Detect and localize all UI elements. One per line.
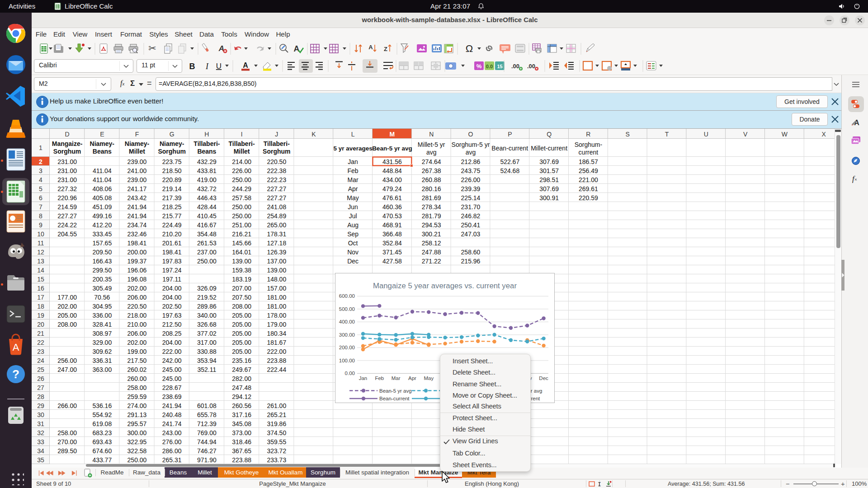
svg-text:354.48: 354.48: [197, 230, 217, 238]
svg-text:258.00: 258.00: [127, 384, 147, 391]
svg-text:300.00: 300.00: [339, 332, 355, 338]
svg-text:554.92: 554.92: [92, 411, 112, 418]
svg-text:522.67: 522.67: [500, 158, 519, 165]
svg-text:476.61: 476.61: [382, 194, 402, 202]
svg-text:Z: Z: [384, 46, 387, 52]
svg-text:319.86: 319.86: [267, 420, 286, 427]
svg-text:137.00: 137.00: [267, 258, 286, 265]
svg-text:0.00: 0.00: [345, 371, 355, 376]
svg-text:201.61: 201.61: [162, 239, 182, 247]
svg-text:317.16: 317.16: [232, 411, 251, 418]
svg-text:180.34: 180.34: [267, 330, 286, 337]
svg-text:Oct: Oct: [348, 239, 358, 247]
svg-text:345.08: 345.08: [232, 420, 251, 427]
svg-text:295.57: 295.57: [127, 420, 147, 427]
svg-text:223.88: 223.88: [267, 357, 286, 364]
svg-text:340.00: 340.00: [197, 312, 217, 319]
svg-text:242.00: 242.00: [162, 357, 182, 364]
svg-text:Sorghum-: Sorghum-: [575, 141, 603, 148]
svg-text:Beans: Beans: [197, 148, 216, 155]
svg-text:250.00: 250.00: [232, 212, 251, 220]
svg-text:412.20: 412.20: [92, 221, 112, 229]
svg-text:265.31: 265.31: [162, 456, 182, 464]
svg-text:220.59: 220.59: [579, 194, 598, 202]
svg-text:250.00: 250.00: [197, 258, 217, 265]
svg-text:241.94: 241.94: [127, 212, 147, 220]
svg-text:20: 20: [37, 321, 44, 328]
svg-text:326.09: 326.09: [197, 285, 217, 292]
svg-text:Ω: Ω: [466, 43, 473, 54]
svg-text:256.00: 256.00: [57, 357, 77, 364]
svg-text:366.48: 366.48: [382, 230, 402, 238]
svg-text:Tillaberi-: Tillaberi-: [264, 140, 290, 147]
svg-text:336.31: 336.31: [92, 357, 112, 364]
svg-text:289.86: 289.86: [197, 303, 217, 310]
svg-text:166.43: 166.43: [92, 258, 112, 265]
svg-text:258.12: 258.12: [422, 239, 441, 247]
svg-text:139.00: 139.00: [232, 258, 251, 265]
svg-text:15: 15: [37, 276, 44, 283]
svg-text:266.00: 266.00: [57, 402, 77, 409]
svg-text:231.00: 231.00: [57, 176, 77, 183]
svg-text:431.56: 431.56: [382, 158, 402, 165]
svg-text:19: 19: [37, 312, 44, 319]
svg-text:411.04: 411.04: [93, 167, 112, 174]
svg-text:330.88: 330.88: [197, 348, 217, 355]
svg-text:307.69: 307.69: [539, 158, 559, 165]
svg-text:243.00: 243.00: [162, 429, 182, 436]
svg-text:309.62: 309.62: [92, 348, 112, 355]
svg-text:227.27: 227.27: [57, 212, 77, 220]
svg-text:13: 13: [37, 258, 44, 265]
svg-text:307.69: 307.69: [539, 185, 559, 192]
svg-text:300.91: 300.91: [539, 194, 559, 202]
svg-text:322.58: 322.58: [127, 447, 147, 455]
svg-text:6: 6: [39, 194, 42, 202]
svg-text:29: 29: [37, 402, 44, 409]
svg-text:468.91: 468.91: [382, 221, 402, 229]
svg-text:205.00: 205.00: [232, 330, 251, 337]
svg-text:377.02: 377.02: [197, 330, 217, 337]
svg-text:289.50: 289.50: [57, 447, 77, 455]
svg-text:Niamey-: Niamey-: [125, 140, 150, 147]
svg-text:200.35: 200.35: [92, 276, 112, 283]
svg-text:Feb: Feb: [348, 167, 359, 174]
svg-text:353.94: 353.94: [197, 357, 217, 364]
svg-text:avg: avg: [426, 149, 437, 156]
svg-text:18: 18: [37, 303, 44, 310]
svg-text:145.66: 145.66: [232, 239, 251, 247]
svg-text:205.00: 205.00: [232, 321, 251, 328]
svg-text:178.31: 178.31: [267, 230, 286, 238]
svg-text:219.52: 219.52: [197, 294, 217, 301]
svg-text:I: I: [205, 62, 209, 71]
svg-text:232.46: 232.46: [127, 230, 147, 238]
svg-text:205.00: 205.00: [232, 312, 251, 319]
svg-text:432.29: 432.29: [197, 158, 217, 165]
svg-text:70.56: 70.56: [94, 294, 110, 301]
svg-text:222.00: 222.00: [267, 348, 286, 355]
svg-text:12: 12: [37, 249, 44, 256]
svg-text:323.72: 323.72: [267, 447, 286, 455]
svg-text:I: I: [598, 481, 601, 487]
svg-text:352.11: 352.11: [198, 366, 217, 373]
svg-text:241.94: 241.94: [162, 402, 182, 409]
svg-text:204.00: 204.00: [162, 294, 182, 301]
svg-text:100.00: 100.00: [339, 358, 355, 363]
svg-text:769.00: 769.00: [197, 429, 217, 436]
svg-text:237.00: 237.00: [197, 249, 217, 256]
svg-text:245.00: 245.00: [162, 375, 182, 382]
svg-text:247.03: 247.03: [461, 230, 481, 238]
svg-text:619.08: 619.08: [92, 420, 112, 427]
svg-text:373.00: 373.00: [232, 429, 251, 436]
svg-text:245.00: 245.00: [162, 366, 182, 373]
svg-text:L: L: [351, 131, 355, 138]
svg-text:Millet: Millet: [234, 148, 250, 155]
svg-text:247.00: 247.00: [57, 366, 77, 373]
svg-text:536.16: 536.16: [92, 402, 112, 409]
svg-text:400.00: 400.00: [339, 319, 355, 324]
svg-text:28: 28: [37, 393, 44, 400]
svg-text:H: H: [204, 131, 209, 138]
svg-text:198.41: 198.41: [127, 239, 147, 247]
svg-text:427.58: 427.58: [382, 258, 402, 265]
svg-text:217.39: 217.39: [162, 194, 182, 202]
svg-text:260.00: 260.00: [127, 375, 147, 382]
